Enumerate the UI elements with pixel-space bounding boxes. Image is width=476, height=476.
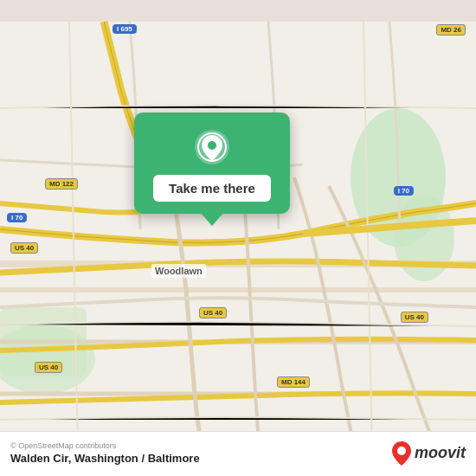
bottom-bar: © OpenStreetMap contributors Walden Cir,…: [0, 431, 476, 476]
map-container: I 695 I 70 I 70 MD 122 US 40 US 40 US 40…: [0, 0, 476, 476]
us40-left-badge: US 40: [10, 242, 38, 254]
popup-card: Take me there: [134, 113, 290, 214]
svg-point-11: [208, 141, 216, 150]
md122-badge: MD 122: [45, 178, 78, 190]
bottom-left-info: © OpenStreetMap contributors Walden Cir,…: [10, 441, 200, 465]
woodlawn-label: Woodlawn: [151, 264, 206, 278]
take-me-there-button[interactable]: Take me there: [153, 175, 271, 202]
svg-point-12: [397, 447, 406, 455]
moovit-brand-text: moovit: [415, 444, 466, 462]
map-svg: [0, 0, 476, 476]
us40-bottom-mid-badge: US 40: [199, 307, 227, 318]
moovit-logo: moovit: [392, 441, 466, 466]
us40-bottom-right-badge: US 40: [401, 312, 428, 323]
md26-badge: MD 26: [436, 24, 466, 35]
us40-bottom-left-badge: US 40: [35, 362, 62, 373]
md144-badge: MD 144: [277, 376, 310, 388]
location-label: Walden Cir, Washington / Baltimore: [10, 452, 200, 465]
i70-top-badge: I 70: [394, 186, 414, 196]
moovit-pin-icon: [392, 441, 411, 466]
copyright-text: © OpenStreetMap contributors: [10, 441, 200, 450]
location-pin-icon: [193, 128, 231, 166]
i695-badge: I 695: [113, 24, 137, 34]
i70-mid-badge: I 70: [7, 213, 27, 222]
